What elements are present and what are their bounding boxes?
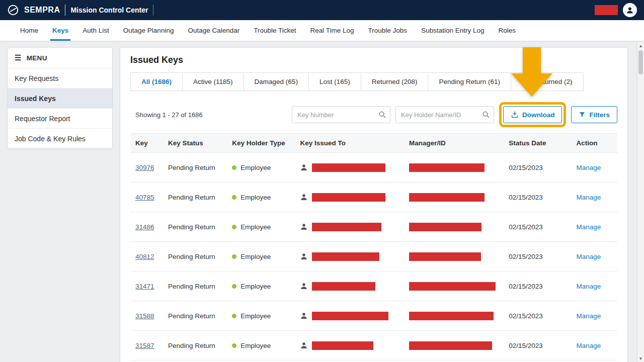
download-highlight-annotation: Download xyxy=(499,102,567,127)
cell-action: Manage xyxy=(571,183,617,212)
scrollbar[interactable]: ▲ ▼ xyxy=(637,42,644,362)
nav-item-keys[interactable]: Keys xyxy=(52,20,68,41)
person-icon xyxy=(300,223,308,231)
holder-type-label: Employee xyxy=(240,312,271,320)
nav-item-outage-planning[interactable]: Outage Planning xyxy=(123,20,174,41)
nav-item-substation-entry-log[interactable]: Substation Entry Log xyxy=(421,20,484,41)
cell-key-issued-to xyxy=(295,272,404,301)
sidebar-item-job-code-key-rules[interactable]: Job Code & Key Rules xyxy=(8,128,112,148)
column-header-status-date: Status Date xyxy=(504,134,571,153)
nav-item-trouble-ticket[interactable]: Trouble Ticket xyxy=(254,20,296,41)
cell-key: 31587 xyxy=(130,331,163,360)
status-dot-icon xyxy=(232,343,236,348)
table-row: 31471Pending ReturnEmployee02/15/2023Man… xyxy=(130,272,617,301)
scroll-down-icon[interactable]: ▼ xyxy=(637,355,644,362)
divider xyxy=(153,5,153,16)
key-holder-input[interactable] xyxy=(395,106,494,123)
redacted-manager-name xyxy=(409,163,485,172)
manage-link[interactable]: Manage xyxy=(576,342,601,349)
cell-manager-id xyxy=(404,331,504,360)
top-nav: HomeKeysAuth ListOutage PlanningOutage C… xyxy=(0,20,644,41)
key-link[interactable]: 40812 xyxy=(135,253,154,260)
cell-key-status: Pending Return xyxy=(163,153,227,183)
cell-action: Manage xyxy=(571,212,617,242)
redacted-user-info xyxy=(595,5,618,15)
key-link[interactable]: 31486 xyxy=(135,223,154,231)
key-link[interactable]: 40785 xyxy=(135,194,154,201)
cell-key-issued-to xyxy=(295,212,404,242)
person-icon xyxy=(625,6,634,15)
cell-status-date: 02/15/2023 xyxy=(504,242,571,272)
top-bar: SEMPRA Mission Control Center xyxy=(0,0,644,20)
page-title: Issued Keys xyxy=(130,55,617,65)
redacted-key-holder-name xyxy=(312,193,385,202)
nav-item-home[interactable]: Home xyxy=(20,20,38,41)
cell-status-date: 02/15/2023 xyxy=(504,153,571,183)
status-dot-icon xyxy=(232,165,236,170)
key-link[interactable]: 31471 xyxy=(135,283,154,290)
cell-manager-id xyxy=(404,301,504,331)
cell-key: 31588 xyxy=(130,301,163,331)
sidebar-item-requestor-report[interactable]: Requestor Report xyxy=(8,108,112,128)
app-title: Mission Control Center xyxy=(70,6,148,14)
tab-returned-208[interactable]: Returned (208) xyxy=(361,72,429,91)
holder-type-label: Employee xyxy=(240,253,271,260)
cell-status-date: 02/15/2023 xyxy=(504,331,571,360)
download-button[interactable]: Download xyxy=(503,106,562,123)
filters-button[interactable]: Filters xyxy=(571,106,617,123)
cell-status-date: 02/15/2023 xyxy=(504,183,571,212)
redacted-key-holder-name xyxy=(312,312,388,320)
tab-active-1185[interactable]: Active (1185) xyxy=(182,72,244,91)
status-dot-icon xyxy=(232,195,236,200)
tab-pending-return-61[interactable]: Pending Return (61) xyxy=(428,72,511,91)
cell-key-issued-to xyxy=(295,242,404,272)
key-number-search xyxy=(292,106,390,123)
cell-key-status: Pending Return xyxy=(163,272,227,301)
filters-label: Filters xyxy=(589,111,610,119)
key-link[interactable]: 31588 xyxy=(135,312,154,320)
nav-item-auth-list[interactable]: Auth List xyxy=(83,20,109,41)
showing-count: Showing 1 - 27 of 1686 xyxy=(130,111,203,119)
sidebar-menu-header[interactable]: ☰ MENU xyxy=(8,48,112,68)
cell-key-issued-to xyxy=(295,183,404,212)
table-row: 31588Pending ReturnEmployee02/15/2023Man… xyxy=(130,301,617,331)
tab-lost-165[interactable]: Lost (165) xyxy=(308,72,361,91)
nav-item-trouble-jobs[interactable]: Trouble Jobs xyxy=(368,20,408,41)
key-link[interactable]: 31587 xyxy=(135,342,154,349)
manage-link[interactable]: Manage xyxy=(576,253,601,260)
column-header-key-issued-to: Key Issued To xyxy=(295,134,404,153)
cell-action: Manage xyxy=(571,331,617,360)
user-avatar[interactable] xyxy=(623,3,637,17)
table-row: 40812Pending ReturnEmployee02/15/2023Man… xyxy=(130,242,617,272)
cell-holder-type: Employee xyxy=(227,183,295,212)
redacted-key-holder-name xyxy=(312,163,385,172)
sidebar-item-key-requests[interactable]: Key Requests xyxy=(8,68,112,88)
holder-type-label: Employee xyxy=(240,283,271,290)
scroll-up-icon[interactable]: ▲ xyxy=(637,42,644,49)
tab-damaged-65[interactable]: Damaged (65) xyxy=(244,72,309,91)
nav-item-outage-calendar[interactable]: Outage Calendar xyxy=(188,20,239,41)
person-icon xyxy=(300,312,308,320)
manage-link[interactable]: Manage xyxy=(576,283,601,290)
manage-link[interactable]: Manage xyxy=(576,164,601,171)
sidebar-item-issued-keys[interactable]: Issued Keys xyxy=(8,88,112,108)
nav-item-real-time-log[interactable]: Real Time Log xyxy=(310,20,354,41)
manage-link[interactable]: Manage xyxy=(576,194,601,201)
manage-link[interactable]: Manage xyxy=(576,223,601,231)
person-icon xyxy=(300,163,308,171)
cell-key-issued-to xyxy=(295,331,404,360)
status-dot-icon xyxy=(232,254,236,259)
person-icon xyxy=(300,252,308,260)
cell-manager-id xyxy=(404,183,504,212)
status-dot-icon xyxy=(232,225,236,229)
tab-not-returned-2[interactable]: Not Returned (2) xyxy=(511,72,584,91)
manage-link[interactable]: Manage xyxy=(576,312,601,320)
nav-item-roles[interactable]: Roles xyxy=(498,20,516,41)
tab-all-1686[interactable]: All (1686) xyxy=(130,72,183,91)
cell-action: Manage xyxy=(571,242,617,272)
scrollbar-thumb[interactable] xyxy=(638,50,643,74)
redacted-manager-name xyxy=(409,193,485,202)
key-link[interactable]: 30976 xyxy=(135,164,154,171)
key-number-input[interactable] xyxy=(292,106,390,123)
controls-row: Showing 1 - 27 of 1686 xyxy=(130,102,617,127)
